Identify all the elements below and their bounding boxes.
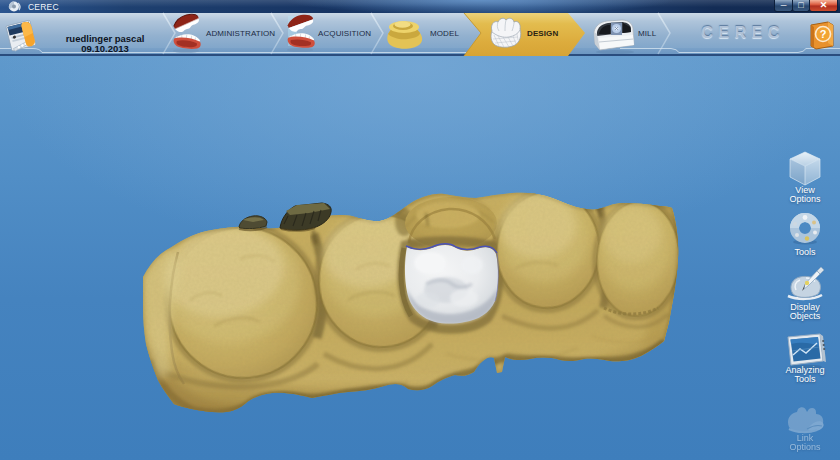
svg-text:?: ? (820, 28, 827, 40)
